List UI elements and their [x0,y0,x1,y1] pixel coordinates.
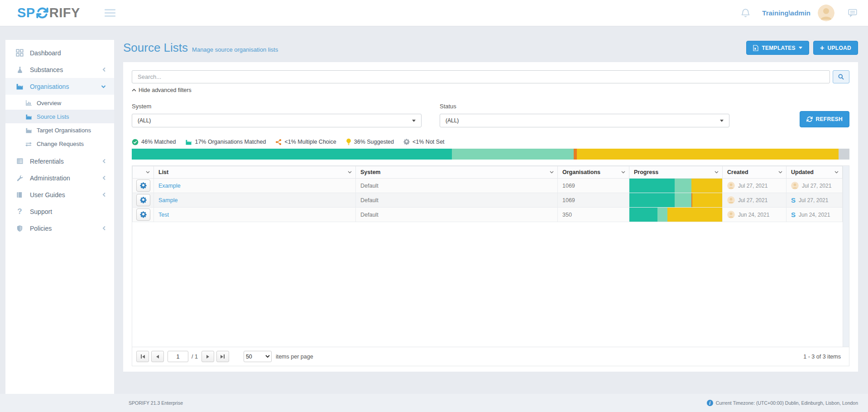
organisations-cell: 350 [558,208,629,222]
chevron-down-icon[interactable] [778,171,782,174]
sidebar-item-label: User Guides [30,191,65,199]
search-input[interactable] [132,70,830,83]
sidebar-item-substances[interactable]: Substances [5,61,114,78]
chevron-down-icon[interactable] [348,171,352,174]
row-progress-bar [629,208,722,222]
factory-icon [25,127,32,133]
chevron-up-icon [132,89,136,92]
page-title: Source Lists [123,40,188,55]
chevron-down-icon[interactable] [550,171,554,174]
source-lists-grid: List System Organisations Progress Creat… [132,165,849,366]
legend-organisations-matched: 17% Organisations Matched [185,139,266,145]
table-row: Test Default 350 Jun 24, 2021 S Jun 24, … [133,208,843,222]
factory-icon [185,139,192,145]
grid-scrollbar-track[interactable] [843,166,849,347]
row-settings-gear-button[interactable] [136,208,150,221]
chevron-down-icon[interactable] [834,171,839,174]
refresh-icon [806,116,813,122]
column-header-system[interactable]: System [356,166,558,179]
sidebar-item-label: Organisations [30,83,69,90]
swap-arrows-icon [25,141,32,147]
hide-advanced-filters-toggle[interactable]: Hide advanced filters [132,87,192,93]
sync-arrows-logo-icon [36,7,48,19]
gear-icon [140,182,147,189]
updated-cell: S Jul 27, 2021 [791,196,838,204]
hamburger-menu-icon[interactable] [103,7,117,19]
search-icon [838,73,844,80]
wrench-icon [15,174,24,182]
notifications-bell-icon[interactable] [741,8,750,18]
sporify-logo: SP RIFY [17,5,80,20]
templates-button[interactable]: TEMPLATES [746,41,809,55]
items-range-label: 1 - 3 of 3 items [803,354,843,360]
user-menu[interactable]: Training\admin [762,9,810,17]
chevron-down-icon[interactable] [715,171,719,174]
overall-progress-bar [132,149,849,160]
next-page-button[interactable] [201,351,214,362]
sidebar-item-label: Referentials [30,158,64,165]
chevron-left-icon [102,192,106,197]
sidebar-item-support[interactable]: ? Support [5,203,114,220]
user-avatar-icon [727,211,735,218]
list-name-link[interactable]: Example [158,183,181,189]
column-header-organisations[interactable]: Organisations [558,166,629,179]
sidebar-item-organisations[interactable]: Organisations [5,78,114,95]
chat-bubble-icon[interactable] [848,9,857,17]
user-avatar-icon [727,182,735,189]
sidebar-item-dashboard[interactable]: Dashboard [5,44,114,61]
row-progress-bar [629,179,722,193]
page-subtitle: Manage source organisation lists [192,46,278,53]
user-avatar[interactable] [818,5,834,21]
chevron-left-icon [102,175,106,180]
share-icon [275,139,282,145]
sidebar-item-overview[interactable]: Overview [5,96,114,110]
page-number-input[interactable] [168,351,188,362]
user-avatar-icon [727,196,735,204]
column-header-progress[interactable]: Progress [629,166,723,179]
page-total-label: / 1 [192,354,198,360]
sidebar-item-label: Substances [30,66,63,73]
list-name-link[interactable]: Test [158,212,169,218]
legend-not-set: <1% Not Set [403,139,445,145]
gear-icon [140,211,147,218]
sidebar-item-policies[interactable]: Policies [5,220,114,237]
status-filter-select[interactable]: (ALL) [440,114,729,127]
sidebar-item-user-guides[interactable]: User Guides [5,186,114,203]
items-per-page-label: items per page [276,354,313,360]
search-button[interactable] [833,70,849,83]
row-settings-gear-button[interactable] [136,179,150,192]
sidebar-item-administration[interactable]: Administration [5,170,114,186]
status-filter-label: Status [440,103,729,110]
chevron-down-icon[interactable] [146,171,150,174]
legend-matched: 46% Matched [132,139,176,145]
table-row: Sample Default 1069 Jul 27, 2021 S Jul 2… [133,193,843,208]
row-settings-gear-button[interactable] [136,194,150,206]
logo-text-rify: RIFY [49,5,80,20]
app-version-label: SPORIFY 21.3 Enterprise [129,400,183,406]
refresh-button[interactable]: REFRESH [800,111,849,127]
chevron-down-icon[interactable] [621,171,625,174]
sidebar-item-target-organisations[interactable]: Target Organisations [5,123,114,137]
last-page-button[interactable] [216,351,229,362]
column-header-list[interactable]: List [154,166,356,179]
sidebar-item-source-lists[interactable]: Source Lists [5,110,114,123]
legend-suggested: 36% Suggested [346,138,394,145]
sidebar-item-label: Administration [30,174,70,182]
column-header-updated[interactable]: Updated [786,166,843,179]
sidebar-item-label: Support [30,208,52,215]
list-name-link[interactable]: Sample [158,197,177,204]
sidebar-item-referentials[interactable]: Referentials [5,153,114,170]
column-header-created[interactable]: Created [723,166,786,179]
system-cell: Default [356,179,558,193]
list-icon [15,158,24,165]
sidebar-item-change-requests[interactable]: Change Requests [5,137,114,150]
system-filter-select[interactable]: (ALL) [132,114,422,127]
first-page-button[interactable] [136,351,149,362]
previous-page-button[interactable] [151,351,164,362]
organisations-submenu: Overview Source Lists Target Organisatio… [5,95,114,153]
user-avatar-icon [791,182,799,189]
column-menu-header[interactable] [133,166,154,179]
upload-button[interactable]: + UPLOAD [813,41,858,55]
updated-cell: S Jun 24, 2021 [791,211,838,218]
page-size-select[interactable]: 50 [244,351,272,362]
